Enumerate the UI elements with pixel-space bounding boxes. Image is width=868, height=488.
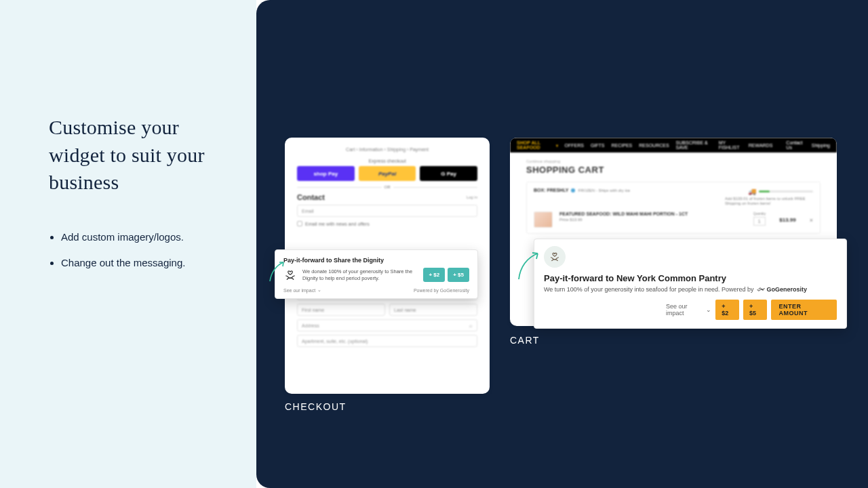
express-checkout-label: Express checkout — [297, 159, 477, 163]
infinity-icon — [757, 287, 765, 292]
donate-2-button[interactable]: + $2 — [715, 300, 739, 320]
powered-by-label: Powered by GoGenerosity — [414, 288, 469, 293]
right-column: Cart › Information › Shipping › Payment … — [256, 0, 868, 488]
nav-item[interactable]: GIFTS — [591, 143, 605, 148]
qty-label: Quantity — [753, 211, 766, 216]
box-status: FROZEN - Ships with dry ice — [578, 188, 630, 192]
shipping-progress — [759, 190, 813, 192]
donation-widget-cart: Pay-it-forward to New York Common Pantry… — [534, 239, 847, 329]
hands-heart-icon — [549, 251, 561, 263]
nav-contact[interactable]: Contact Us — [786, 140, 804, 150]
nav-item[interactable]: SUBSCRIBE & SAVE — [676, 140, 712, 150]
first-name-field[interactable]: First name — [297, 304, 385, 316]
chevron-down-icon: ⌄ — [317, 287, 321, 293]
checkout-caption: CHECKOUT — [285, 401, 347, 412]
address-field[interactable]: Address ⌕ — [297, 319, 477, 331]
email-field[interactable]: Email — [297, 205, 477, 217]
last-name-field[interactable]: Last name — [389, 304, 477, 316]
widget-title: Pay-it-forward to Share the Dignity — [283, 257, 469, 264]
bullet-messaging: Change out the messaging. — [61, 255, 235, 271]
nav-item[interactable]: MY FISHLIST — [719, 140, 742, 150]
nav-item[interactable]: REWARDS — [749, 143, 773, 148]
cart-line-item: FEATURED SEAFOOD: WILD MAHI MAHI PORTION… — [534, 211, 813, 228]
widget-message: We donate 100% of your generosity to Sha… — [302, 268, 418, 282]
enter-amount-button[interactable]: ENTER AMOUNT — [771, 300, 837, 320]
see-impact-link[interactable]: See our impact ⌄ — [283, 287, 321, 293]
donation-widget-checkout: Pay-it-forward to Share the Dignity We d… — [275, 249, 478, 299]
donate-2-button[interactable]: + $2 — [423, 268, 445, 282]
box-label: BOX: FRESHLY — [534, 188, 568, 192]
truck-icon: 🚚 — [748, 188, 756, 195]
remove-item-button[interactable]: × — [810, 217, 813, 224]
widget-logo-circle — [544, 246, 566, 268]
nav-item[interactable]: RESOURCES — [639, 143, 669, 148]
left-column: Customise your widget to suit your busin… — [0, 0, 256, 488]
contact-heading: Contact — [297, 193, 325, 201]
shop-pay-button[interactable]: shop Pay — [297, 166, 355, 181]
search-icon: ⌕ — [469, 323, 473, 329]
apartment-field[interactable]: Apartment, suite, etc. (optional) — [297, 335, 477, 347]
qty-input[interactable]: 1 — [753, 217, 766, 226]
nav-shipping[interactable]: Shipping — [812, 143, 830, 148]
brand-label: GoGenerosity — [757, 286, 808, 293]
status-dot-icon — [571, 188, 575, 192]
chevron-down-icon: ⌄ — [706, 306, 711, 313]
feature-bullets: Add custom imagery/logos. Change out the… — [49, 229, 235, 271]
cart-caption: CART — [510, 335, 540, 346]
google-pay-button[interactable]: G Pay — [420, 166, 477, 181]
breadcrumb: Cart › Information › Shipping › Payment — [297, 144, 477, 155]
widget-message: We turn 100% of your generosity into sea… — [544, 286, 837, 293]
donate-5-button[interactable]: + $5 — [743, 300, 767, 320]
chevron-down-icon: ▾ — [556, 143, 558, 148]
cart-box: BOX: FRESHLY FROZEN - Ships with dry ice… — [526, 182, 821, 234]
nav-shop-all[interactable]: SHOP ALL SEAFOOD▾ — [517, 140, 558, 150]
or-divider: OR — [297, 185, 477, 189]
login-link[interactable]: Log in — [467, 195, 477, 199]
continue-shopping-link[interactable]: Continue shopping — [526, 159, 821, 163]
see-impact-link[interactable]: See our impact ⌄ — [544, 303, 711, 317]
product-thumbnail — [534, 211, 553, 228]
cart-nav: SHOP ALL SEAFOOD▾ OFFERS GIFTS RECIPES R… — [510, 138, 837, 152]
hands-heart-icon — [283, 268, 297, 282]
shipping-hint: Add $133.01 of frozen items to unlock FR… — [725, 197, 813, 206]
headline: Customise your widget to suit your busin… — [49, 114, 235, 197]
line-price: $13.99 — [779, 217, 795, 223]
widget-title: Pay-it-forward to New York Common Pantry — [544, 273, 837, 283]
nav-item[interactable]: RECIPES — [612, 143, 633, 148]
product-name: FEATURED SEAFOOD: WILD MAHI MAHI PORTION… — [559, 211, 689, 216]
newsletter-checkbox[interactable]: Email me with news and offers — [297, 221, 477, 226]
donate-5-button[interactable]: + $5 — [448, 268, 469, 282]
cart-title: SHOPPING CART — [526, 165, 821, 175]
nav-item[interactable]: OFFERS — [565, 143, 584, 148]
paypal-button[interactable]: PayPal — [359, 166, 416, 181]
bullet-imagery: Add custom imagery/logos. — [61, 229, 235, 245]
product-unit-price: Price $13.99 — [559, 218, 689, 222]
